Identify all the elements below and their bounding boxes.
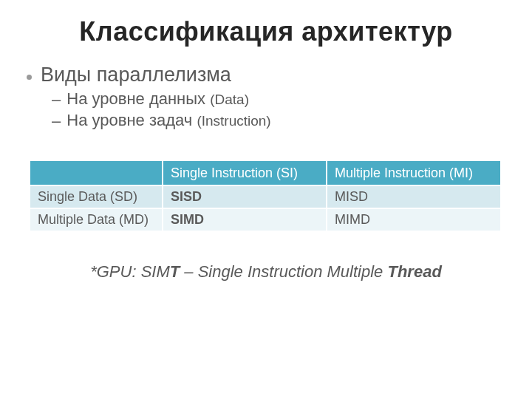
table-cell: SIMD [163,208,327,231]
page-title: Классификация архитектур [0,16,532,47]
table-cell: MISD [327,185,501,208]
dash-icon: – [52,90,61,109]
list-item: Виды параллелизма [27,64,532,86]
sub-bullet-label: На уровне задач (Instruction) [66,111,270,130]
dash-icon: – [52,112,61,131]
footnote: *GPU: SIMT – Single Instruction Multiple… [0,262,532,282]
table-row-label: Single Data (SD) [30,185,163,208]
table-header [30,160,163,185]
flynn-table: Single Data (SD) Multiple Data (MD) Sing… [30,160,532,231]
list-item: – На уровне данных (Data) [52,89,532,109]
table-header: Single Instruction (SI) [163,160,327,185]
table-cell: SISD [163,185,327,208]
table-header: Multiple Instruction (MI) [327,160,501,185]
bullet-icon [27,75,32,80]
list-item: – На уровне задач (Instruction) [52,111,532,131]
table-cell: MIMD [327,208,501,231]
sub-bullet-label: На уровне данных (Data) [66,89,249,109]
bullet-label: Виды параллелизма [41,64,231,86]
table-row-label: Multiple Data (MD) [30,208,163,231]
bullet-list: Виды параллелизма – На уровне данных (Da… [27,64,532,131]
